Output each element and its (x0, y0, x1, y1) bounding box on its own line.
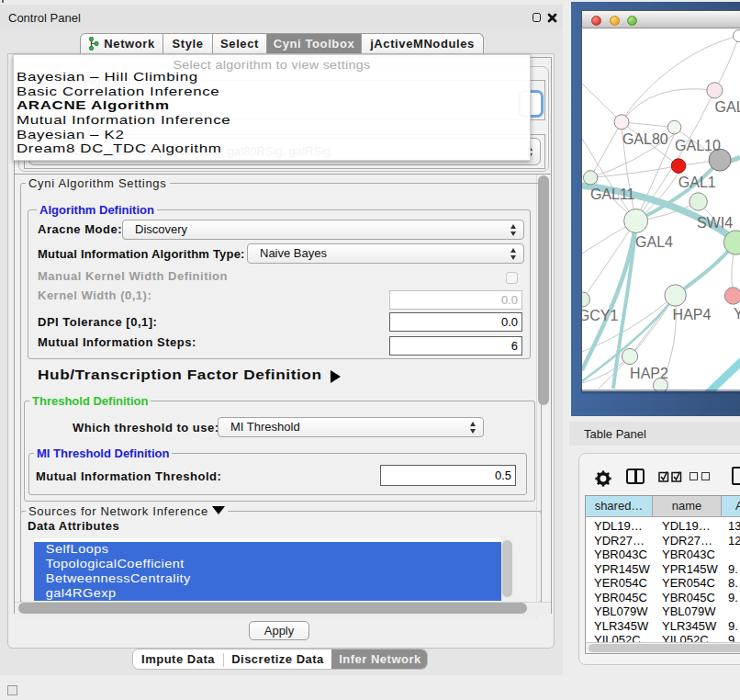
svg-text:HAP2: HAP2 (630, 366, 668, 381)
svg-text:HAP4: HAP4 (673, 307, 712, 322)
svg-text:Y: Y (734, 306, 740, 322)
svg-text:GAL1: GAL1 (678, 175, 716, 190)
svg-text:GCY1: GCY1 (582, 308, 618, 323)
svg-text:GAL10: GAL10 (675, 138, 721, 153)
svg-text:GAL80: GAL80 (622, 131, 668, 147)
svg-text:SWI4: SWI4 (697, 215, 733, 231)
svg-text:GAL4: GAL4 (635, 234, 673, 250)
svg-text:GAL11: GAL11 (590, 186, 635, 202)
svg-text:GAL7: GAL7 (715, 99, 740, 115)
